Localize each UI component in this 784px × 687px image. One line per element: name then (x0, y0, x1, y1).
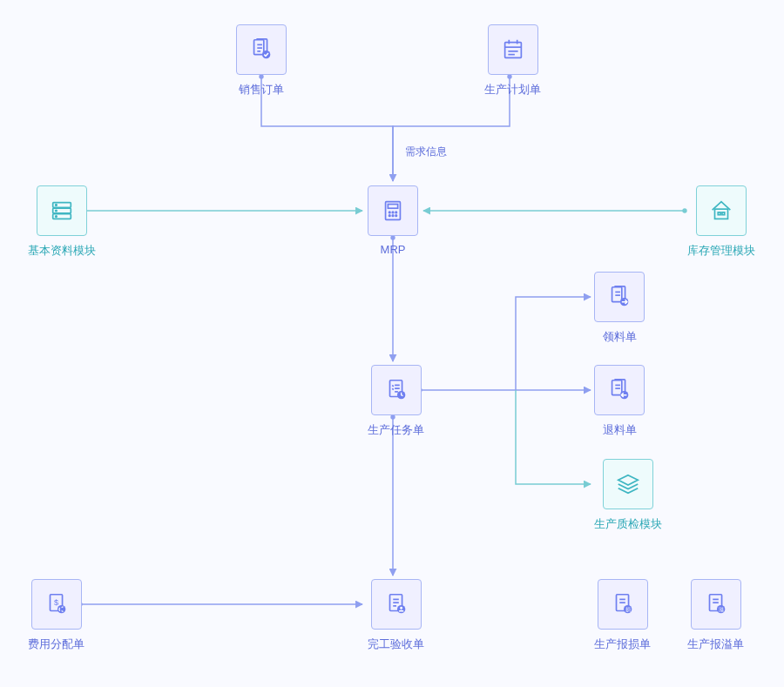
box (368, 185, 418, 236)
calendar-icon (500, 37, 526, 63)
box (594, 272, 645, 322)
svg-point-21 (389, 212, 391, 213)
edge-label-demand: 需求信息 (405, 145, 447, 159)
svg-rect-7 (504, 43, 521, 58)
node-cost-allocation: $ 费用分配单 (28, 579, 84, 652)
house-icon (708, 198, 734, 224)
label: 生产质检模块 (594, 516, 662, 532)
label: 退料单 (603, 422, 637, 438)
doc-user-icon (383, 591, 409, 617)
svg-point-22 (392, 212, 394, 213)
svg-rect-20 (388, 205, 397, 209)
label: 销售订单 (239, 82, 284, 98)
svg-point-24 (389, 215, 391, 217)
label: 生产报损单 (594, 636, 651, 652)
svg-text:$: $ (53, 598, 58, 607)
node-production-plan: 生产计划单 (484, 24, 541, 98)
svg-point-17 (56, 210, 57, 212)
doc-clock-icon (383, 377, 409, 403)
svg-point-16 (56, 205, 57, 206)
doc-loss-icon: 损 (610, 591, 636, 617)
svg-point-18 (56, 216, 57, 218)
box (488, 24, 538, 75)
box: 溢 (691, 579, 741, 630)
box: $ (31, 579, 82, 630)
calculator-icon (380, 198, 406, 224)
svg-rect-30 (612, 287, 622, 302)
svg-point-48 (400, 607, 402, 610)
box (37, 185, 87, 236)
node-quality-check: 生产质检模块 (594, 459, 662, 532)
doc-left-icon (606, 377, 632, 403)
svg-point-25 (392, 215, 394, 217)
svg-rect-36 (612, 381, 622, 395)
box: 损 (598, 579, 648, 630)
label: MRP (381, 243, 406, 256)
node-sales-order: 销售订单 (236, 24, 287, 98)
node-basic-data: 基本资料模块 (28, 185, 96, 259)
svg-point-23 (395, 212, 397, 213)
node-inventory: 库存管理模块 (687, 185, 755, 259)
doc-overflow-icon: 溢 (703, 591, 729, 617)
node-production-task: 生产任务单 (368, 365, 424, 438)
doc-check-icon (248, 37, 274, 63)
label: 库存管理模块 (687, 243, 755, 259)
server-icon (49, 198, 75, 224)
node-material-return: 退料单 (594, 365, 645, 438)
doc-dollar-icon: $ (44, 591, 70, 617)
svg-text:溢: 溢 (718, 607, 723, 612)
doc-right-icon (606, 284, 632, 310)
label: 领料单 (603, 329, 637, 345)
svg-rect-29 (722, 212, 725, 215)
box (371, 579, 422, 630)
node-production-loss: 损 生产报损单 (594, 579, 651, 652)
svg-rect-2 (254, 40, 264, 55)
node-completion-acceptance: 完工验收单 (368, 579, 424, 652)
label: 生产报溢单 (687, 636, 744, 652)
box (603, 459, 653, 509)
box (696, 185, 747, 236)
node-material-requisition: 领料单 (594, 272, 645, 345)
svg-rect-27 (715, 209, 728, 219)
label: 完工验收单 (368, 636, 424, 652)
node-production-overflow: 溢 生产报溢单 (687, 579, 744, 652)
label: 费用分配单 (28, 636, 84, 652)
box (236, 24, 287, 75)
box (594, 365, 645, 415)
stack-icon (615, 471, 641, 497)
svg-rect-28 (718, 212, 720, 215)
svg-text:损: 损 (625, 607, 630, 612)
label: 生产计划单 (484, 82, 541, 98)
svg-point-26 (395, 215, 397, 217)
label: 生产任务单 (368, 422, 424, 438)
label: 基本资料模块 (28, 243, 96, 259)
node-mrp: MRP (368, 185, 418, 256)
box (371, 365, 422, 415)
